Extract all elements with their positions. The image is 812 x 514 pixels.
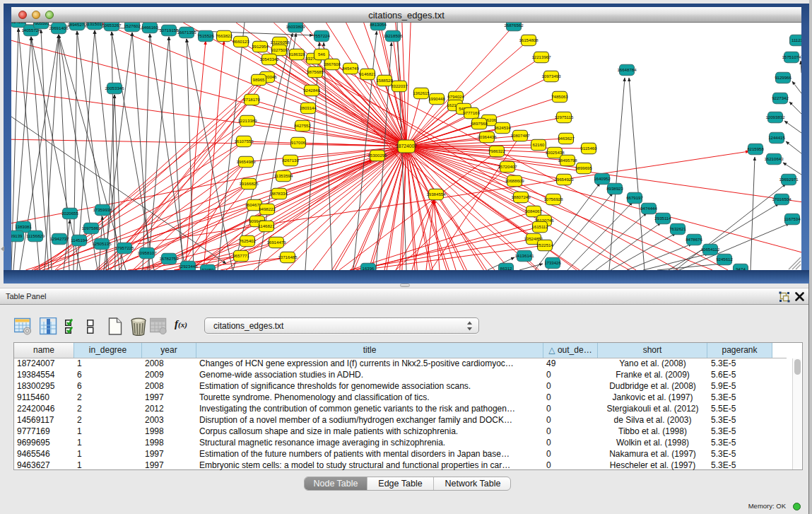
svg-text:92450: 92450 — [202, 267, 215, 270]
svg-text:7485063: 7485063 — [551, 94, 568, 99]
svg-text:3624534: 3624534 — [494, 125, 511, 130]
svg-text:6897568: 6897568 — [471, 121, 488, 126]
svg-text:18945270: 18945270 — [67, 23, 87, 27]
svg-text:1383081: 1383081 — [15, 224, 32, 229]
svg-text:2803144: 2803144 — [300, 105, 317, 110]
svg-text:1527602: 1527602 — [124, 23, 141, 28]
svg-text:1167534: 1167534 — [784, 216, 801, 221]
svg-text:13692971: 13692971 — [779, 177, 799, 182]
svg-text:11121: 11121 — [792, 37, 801, 42]
svg-text:1990448: 1990448 — [428, 96, 445, 101]
svg-text:7663822: 7663822 — [216, 33, 233, 38]
svg-text:7905591: 7905591 — [33, 23, 49, 25]
svg-text:19166825: 19166825 — [239, 181, 259, 186]
svg-text:2522514: 2522514 — [536, 243, 553, 247]
svg-text:2718170: 2718170 — [243, 97, 260, 102]
svg-text:10653267: 10653267 — [102, 23, 122, 28]
svg-text:16107553: 16107553 — [234, 139, 254, 144]
svg-text:9115460: 9115460 — [580, 146, 597, 151]
svg-text:9474: 9474 — [736, 267, 746, 270]
svg-text:1146821: 1146821 — [258, 223, 275, 228]
svg-text:1362615: 1362615 — [413, 90, 430, 95]
svg-text:10025438: 10025438 — [545, 150, 565, 155]
svg-text:9777169: 9777169 — [463, 110, 480, 115]
svg-text:546: 546 — [318, 52, 326, 57]
svg-text:9242848: 9242848 — [303, 88, 320, 93]
svg-text:18495798: 18495798 — [558, 158, 577, 163]
svg-text:9327509: 9327509 — [271, 47, 288, 52]
svg-text:924503: 924503 — [11, 23, 26, 24]
svg-text:26876562: 26876562 — [504, 23, 524, 28]
svg-text:8938923: 8938923 — [606, 186, 623, 191]
svg-text:12093832: 12093832 — [765, 115, 785, 119]
svg-text:8322037: 8322037 — [391, 83, 408, 88]
svg-text:16154808: 16154808 — [519, 37, 539, 42]
svg-text:16782759: 16782759 — [159, 256, 179, 261]
svg-text:9146821: 9146821 — [359, 71, 376, 76]
svg-text:16033809: 16033809 — [286, 24, 305, 29]
svg-text:10688609: 10688609 — [505, 178, 524, 183]
svg-text:12213389: 12213389 — [237, 118, 257, 123]
svg-text:7986322: 7986322 — [488, 148, 505, 153]
svg-text:19218506: 19218506 — [383, 33, 403, 38]
svg-text:16648784: 16648784 — [617, 67, 637, 72]
svg-text:19384554: 19384554 — [426, 192, 446, 197]
svg-text:10543342: 10543342 — [259, 57, 279, 62]
svg-text:3875685: 3875685 — [307, 69, 324, 74]
svg-text:25300295: 25300295 — [367, 153, 387, 158]
svg-text:14136141: 14136141 — [514, 253, 534, 258]
svg-text:1244415: 1244415 — [768, 135, 785, 140]
svg-text:8454749: 8454749 — [342, 66, 359, 71]
svg-text:9474444: 9474444 — [640, 206, 657, 211]
svg-text:11353594: 11353594 — [274, 173, 293, 178]
svg-text:12975115: 12975115 — [555, 115, 574, 119]
svg-text:13226058: 13226058 — [270, 40, 290, 45]
svg-text:3912954: 3912954 — [252, 44, 269, 49]
svg-text:7515526: 7515526 — [197, 33, 214, 38]
svg-text:9899695: 9899695 — [575, 165, 592, 170]
svg-text:9463627: 9463627 — [558, 136, 575, 141]
svg-text:16396: 16396 — [363, 266, 375, 270]
svg-text:8215958: 8215958 — [747, 146, 764, 151]
svg-text:39139: 39139 — [11, 233, 23, 238]
svg-text:10756928: 10756928 — [543, 197, 563, 201]
svg-text:20691406: 20691406 — [49, 25, 69, 30]
svg-text:10958107: 10958107 — [137, 250, 157, 255]
svg-text:16671355: 16671355 — [177, 30, 196, 35]
svg-text:18807249: 18807249 — [511, 194, 531, 199]
svg-text:9227342: 9227342 — [772, 95, 789, 100]
svg-text:7625402: 7625402 — [239, 238, 256, 243]
svg-text:1615112: 1615112 — [531, 224, 548, 229]
svg-text:9084067: 9084067 — [525, 209, 542, 214]
svg-text:8267130: 8267130 — [282, 158, 299, 163]
svg-text:10975867: 10975867 — [81, 226, 101, 230]
svg-text:16914479: 16914479 — [266, 240, 286, 245]
svg-text:2867608: 2867608 — [324, 62, 341, 66]
svg-text:62160: 62160 — [533, 142, 546, 147]
svg-text:8186328: 8186328 — [288, 52, 305, 57]
svg-text:20053346: 20053346 — [105, 86, 124, 90]
svg-text:2020655: 2020655 — [61, 211, 78, 216]
svg-text:13716485: 13716485 — [278, 255, 298, 259]
svg-text:1588520: 1588520 — [376, 78, 393, 83]
svg-text:12942737: 12942737 — [49, 236, 69, 241]
svg-text:1733426: 1733426 — [544, 260, 561, 265]
svg-text:8427552: 8427552 — [294, 123, 311, 128]
svg-text:19654923: 19654923 — [554, 177, 574, 182]
svg-text:19654983: 19654983 — [236, 159, 256, 164]
svg-text:10807487: 10807487 — [510, 133, 530, 138]
svg-text:7632621: 7632621 — [669, 226, 686, 231]
svg-text:8813054: 8813054 — [370, 23, 387, 27]
svg-text:6466160: 6466160 — [141, 25, 158, 30]
svg-text:17016504: 17016504 — [772, 197, 792, 201]
svg-text:20364436: 20364436 — [477, 134, 497, 139]
svg-text:6794024: 6794024 — [447, 94, 464, 99]
svg-text:10973493: 10973493 — [541, 74, 561, 78]
svg-text:15720407: 15720407 — [498, 164, 517, 169]
svg-text:1145194: 1145194 — [71, 238, 88, 243]
svg-text:98965: 98965 — [253, 77, 266, 82]
svg-text:2935114: 2935114 — [654, 216, 671, 221]
svg-text:18724007: 18724007 — [396, 144, 417, 148]
svg-text:917006: 917006 — [291, 140, 306, 145]
svg-text:12923448: 12923448 — [178, 264, 198, 269]
